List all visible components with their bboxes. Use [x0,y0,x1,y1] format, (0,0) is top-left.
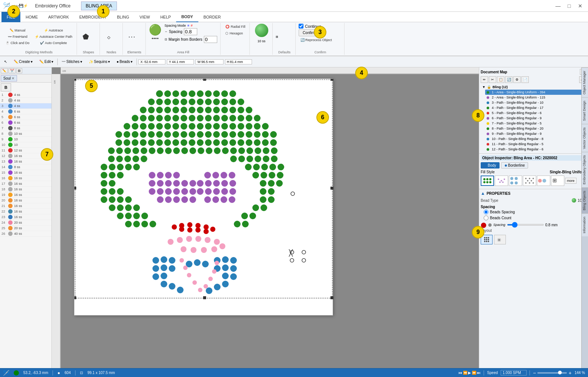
tab-body[interactable]: BODY [176,12,198,22]
color-row-13[interactable]: 13 16 ss [0,159,51,164]
tab-border[interactable]: BORDER [198,12,226,22]
tree-item-5[interactable]: 5 - Path - Single-Bling Regular - 6 [485,110,587,116]
zoom-thumb[interactable] [558,371,562,374]
side-tab-object-manager[interactable]: Object Manager [582,67,588,97]
tree-item-6[interactable]: 6 - Path - Single-Bling Regular - 9 [485,116,587,121]
color-row-22[interactable]: 22 16 ss [0,209,51,214]
margin-input[interactable] [204,36,217,43]
tree-item-10[interactable]: 10 - Path - Single-Bling Regular - 8 [485,136,587,141]
color-row-17[interactable]: 17 16 ss [0,181,51,187]
fill-pattern-2[interactable] [495,176,508,186]
side-tab-smart-design[interactable]: Smart Design [582,97,588,124]
beads-count-radio[interactable]: Beads Count [484,216,587,220]
tree-item-12[interactable]: 12 - Path - Single-Bling Regular - 6 [485,147,587,152]
left-tool-3[interactable]: ⊞ [16,68,22,73]
color-row-8[interactable]: 8 10 ss [0,131,51,137]
doc-map-tool-3[interactable]: 📋 [497,76,504,83]
color-row-15[interactable]: 15 16 ss [0,170,51,176]
tree-item-11[interactable]: 11 - Path - Single-Bling Regular - 5 [485,141,587,147]
more-patterns-btn[interactable]: more [565,178,577,184]
bead-color-btn[interactable] [255,24,268,37]
left-tool-2[interactable]: ✂️ [9,68,16,73]
playback-play[interactable]: ▶ [468,371,471,375]
tab-borderline[interactable]: Borderline [501,162,528,169]
color-row-26[interactable]: 26 40 ss [0,231,51,237]
side-tab-vector-objects[interactable]: Vector Objects [582,124,588,152]
hexagon-btn[interactable]: ⬡ Hexagon [224,30,245,36]
color-row-20[interactable]: 20 16 ss [0,198,51,203]
color-row-9[interactable]: 9 10 [0,137,51,142]
side-tab-embroidery-objects[interactable]: Embroidery Objects [582,152,588,187]
tab-artwork[interactable]: ARTWORK [43,12,74,22]
beads-spacing-radio[interactable]: Beads Spacing [484,210,587,214]
color-row-1[interactable]: 1 4 ss [0,92,51,98]
zoom-in-btn[interactable]: + [568,370,571,376]
design-tab-close[interactable]: ✕ [11,76,14,80]
restore-button[interactable]: □ [564,2,574,10]
sequins-btn[interactable]: ✨ Sequins ▾ [86,59,112,65]
clickdo-btn[interactable]: 🖱️ Click and Do [4,40,31,46]
color-row-16[interactable]: 16 16 ss [0,176,51,181]
autotrace-center-btn[interactable]: ⚡ Autotrace Center Path [33,34,74,40]
doc-map-tool-5[interactable]: ⚙ [513,76,521,83]
create-btn[interactable]: ✏️ Create ▾ [11,59,35,65]
tab-body[interactable]: Body [481,162,500,169]
color-row-23[interactable]: 23 16 ss [0,214,51,220]
playback-next[interactable]: ⏩ [472,371,476,375]
side-tab-information[interactable]: Information [582,213,588,236]
fill-pattern-3[interactable] [509,176,522,186]
w-input[interactable] [201,60,222,64]
edit-btn[interactable]: ✏️ Edit ▾ [37,59,56,65]
auto-complete-btn[interactable]: ✔️ Auto Complete [33,40,74,46]
stitches-btn[interactable]: 〰 Stitches ▾ [59,59,85,65]
h-input[interactable] [230,60,250,64]
beads-btn[interactable]: ● Beads ▾ [114,59,135,65]
color-row-5[interactable]: 5 6 ss [0,114,51,120]
tab-bling[interactable]: BLING [112,12,134,22]
fill-pattern-4[interactable] [523,176,536,186]
color-row-3[interactable]: 3 4 ss [0,103,51,109]
fill-pattern-6[interactable]: ⊞ [551,176,564,186]
spacing-input[interactable] [184,28,197,35]
radial-fill-btn[interactable]: ⭕ Radial Fill [224,24,248,30]
fill-pattern-5[interactable] [537,176,550,186]
fill-pattern-1[interactable] [481,176,494,186]
tab-embroidery[interactable]: EMBROIDERY [74,12,112,22]
tab-home[interactable]: HOME [20,12,43,22]
color-row-12[interactable]: 12 16 ss [0,153,51,159]
tree-item-3[interactable]: 3 - Path - Single-Bling Regular - 10 [485,100,587,105]
x-input[interactable] [143,60,164,64]
color-row-2[interactable]: 2 4 ss [0,98,51,103]
layout-star-btn[interactable]: ✳ [494,235,506,244]
tab-bling-area[interactable]: BLING AREA [81,1,117,10]
tab-help[interactable]: HELP [155,12,176,22]
tree-item-8[interactable]: 8 - Path - Single-Bling Regular - 20 [485,126,587,131]
y-input[interactable] [172,60,192,64]
confirm-button[interactable]: Confirm [299,29,320,36]
color-row-4[interactable]: 4 6 ss [0,109,51,114]
doc-map-tool-6[interactable]: 📄 [521,76,529,83]
properties-header[interactable]: ▲ PROPERTIES [481,191,587,196]
tree-item-9[interactable]: 9 - Path - Single-Bling Regular - 9 [485,131,587,136]
autotrace-btn[interactable]: ⚡ Autotrace [33,27,74,33]
color-row-10[interactable]: 10 10 [0,142,51,148]
color-row-14[interactable]: 14 8 ss [0,164,51,170]
zoom-track[interactable] [537,372,567,374]
layout-grid-btn[interactable] [481,235,493,244]
tab-file[interactable]: FILE [1,12,20,22]
minimize-button[interactable]: — [553,2,563,10]
bead-pattern-icon[interactable]: 🟢 [149,24,162,36]
close-button[interactable]: ✕ [575,2,585,10]
color-row-6[interactable]: 6 6 ss [0,120,51,126]
freehand-btn[interactable]: 〰️ FreeHand [4,34,31,40]
nodes-btn[interactable]: ⬦ [103,32,115,41]
tree-item-4[interactable]: 4 - Path - Single-Bling Regular - 17 [485,105,587,110]
reprocess-btn[interactable]: 🔄 Reprocess Object [299,37,334,43]
tab-view[interactable]: VIEW [134,12,155,22]
side-tab-bling-objects[interactable]: Bling Objects [582,187,588,213]
doc-map-tool-4[interactable]: 🔄 [505,76,513,83]
spacing-slider[interactable] [507,224,544,226]
doc-map-tool-2[interactable]: ✂ [489,76,496,83]
speed-input[interactable] [501,370,527,376]
zoom-out-btn[interactable]: − [533,370,536,376]
